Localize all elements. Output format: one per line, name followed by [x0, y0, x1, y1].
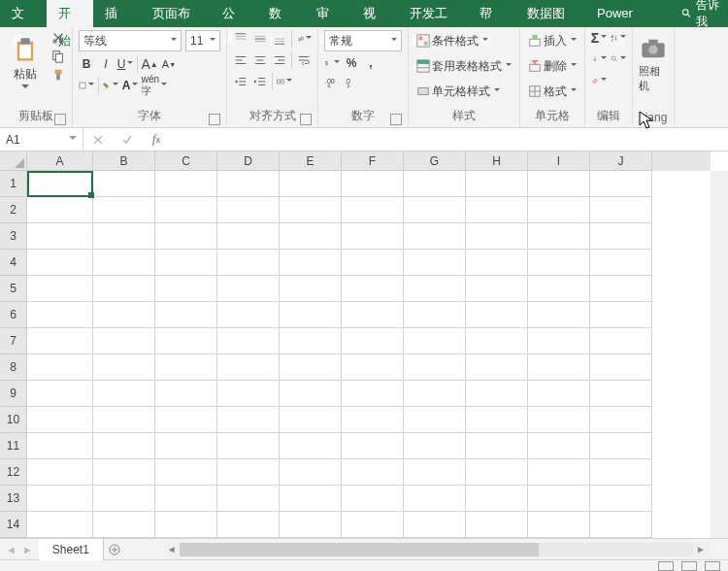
cell[interactable]	[342, 223, 404, 250]
decrease-decimal-button[interactable]: .0	[344, 75, 359, 90]
cell[interactable]	[217, 459, 280, 486]
cell[interactable]	[404, 223, 466, 250]
align-center-button[interactable]	[252, 52, 268, 68]
cell[interactable]	[280, 171, 342, 197]
align-bottom-button[interactable]	[272, 31, 287, 47]
cell[interactable]	[280, 197, 342, 223]
row-header-10[interactable]: 10	[0, 407, 27, 433]
cell[interactable]	[342, 171, 404, 197]
cell[interactable]	[466, 328, 528, 354]
row-header-9[interactable]: 9	[0, 381, 27, 407]
cell[interactable]	[528, 407, 590, 433]
cell[interactable]	[590, 459, 652, 486]
cell[interactable]	[217, 223, 280, 250]
format-as-table-button[interactable]: 套用表格格式	[414, 55, 513, 77]
row-header-1[interactable]: 1	[0, 171, 27, 197]
cell[interactable]	[590, 276, 652, 302]
cell[interactable]	[404, 328, 466, 354]
conditional-format-button[interactable]: 条件格式	[414, 30, 513, 51]
cell[interactable]	[280, 223, 342, 250]
cell[interactable]	[280, 381, 342, 407]
bold-button[interactable]: B	[79, 56, 94, 72]
cell[interactable]	[404, 486, 466, 512]
cells-grid[interactable]	[27, 171, 711, 538]
view-page-break-button[interactable]	[705, 561, 720, 571]
cell[interactable]	[155, 354, 217, 381]
phonetic-button[interactable]: wén字	[147, 78, 162, 93]
sort-filter-button[interactable]: AZ	[611, 30, 626, 46]
cell[interactable]	[217, 512, 280, 538]
decrease-font-button[interactable]: A▼	[161, 56, 177, 72]
align-right-button[interactable]	[272, 52, 287, 68]
find-select-button[interactable]	[611, 51, 626, 67]
cell[interactable]	[217, 276, 280, 302]
cell[interactable]	[217, 328, 280, 354]
align-top-button[interactable]	[233, 31, 248, 47]
cell[interactable]	[404, 433, 466, 459]
cell[interactable]	[93, 407, 155, 433]
cell[interactable]	[466, 250, 528, 276]
underline-button[interactable]: U	[117, 56, 133, 72]
cell[interactable]	[27, 407, 93, 433]
new-sheet-button[interactable]	[104, 543, 125, 556]
name-box[interactable]: A1	[0, 128, 83, 151]
cell[interactable]	[93, 512, 155, 538]
row-header-4[interactable]: 4	[0, 250, 27, 276]
cell[interactable]	[404, 407, 466, 433]
cell[interactable]	[590, 407, 652, 433]
tab-formulas[interactable]: 公式	[211, 0, 257, 27]
column-header-C[interactable]: C	[155, 151, 217, 171]
cell[interactable]	[466, 276, 528, 302]
cell[interactable]	[217, 302, 280, 328]
cell[interactable]	[466, 433, 528, 459]
horizontal-scrollbar[interactable]: ◄►	[164, 542, 709, 557]
row-header-14[interactable]: 14	[0, 512, 27, 538]
align-middle-button[interactable]	[252, 31, 268, 47]
cell[interactable]	[528, 486, 590, 512]
cell[interactable]	[590, 512, 652, 538]
cell[interactable]	[217, 381, 280, 407]
column-header-B[interactable]: B	[93, 151, 155, 171]
delete-cells-button[interactable]: 删除	[526, 55, 579, 77]
cell[interactable]	[466, 512, 528, 538]
copy-button[interactable]	[50, 49, 66, 64]
row-header-11[interactable]: 11	[0, 433, 27, 459]
cell[interactable]	[342, 486, 404, 512]
cell[interactable]	[590, 223, 652, 250]
cell[interactable]	[528, 512, 590, 538]
cell[interactable]	[155, 459, 217, 486]
cell[interactable]	[590, 250, 652, 276]
cell[interactable]	[155, 433, 217, 459]
cell[interactable]	[404, 276, 466, 302]
cell[interactable]	[342, 512, 404, 538]
clear-button[interactable]	[591, 73, 607, 88]
clipboard-dialog-launcher[interactable]	[54, 114, 66, 125]
cell[interactable]	[217, 354, 280, 381]
tab-insert[interactable]: 插入	[93, 0, 140, 27]
cell[interactable]	[155, 250, 217, 276]
merge-center-button[interactable]	[277, 74, 292, 89]
cell[interactable]	[342, 459, 404, 486]
cell[interactable]	[528, 197, 590, 223]
accounting-format-button[interactable]: $	[324, 55, 340, 71]
tab-review[interactable]: 审阅	[305, 0, 351, 27]
column-header-H[interactable]: H	[466, 151, 528, 171]
sheet-nav-next[interactable]: ►	[22, 544, 33, 555]
cell[interactable]	[93, 381, 155, 407]
cell-styles-button[interactable]: 单元格样式	[414, 81, 513, 102]
wrap-text-button[interactable]	[296, 52, 312, 68]
cell[interactable]	[590, 328, 652, 354]
cell[interactable]	[280, 407, 342, 433]
tab-developer[interactable]: 开发工具	[398, 0, 468, 27]
select-all-button[interactable]	[0, 151, 27, 171]
cell[interactable]	[590, 197, 652, 223]
tab-home[interactable]: 开始	[47, 0, 93, 27]
insert-cells-button[interactable]: 插入	[526, 30, 579, 51]
cell[interactable]	[404, 512, 466, 538]
cell[interactable]	[404, 381, 466, 407]
cell[interactable]	[466, 197, 528, 223]
cell[interactable]	[528, 171, 590, 197]
cell[interactable]	[590, 433, 652, 459]
orientation-button[interactable]: ab	[296, 31, 312, 47]
fill-button[interactable]	[591, 51, 607, 67]
